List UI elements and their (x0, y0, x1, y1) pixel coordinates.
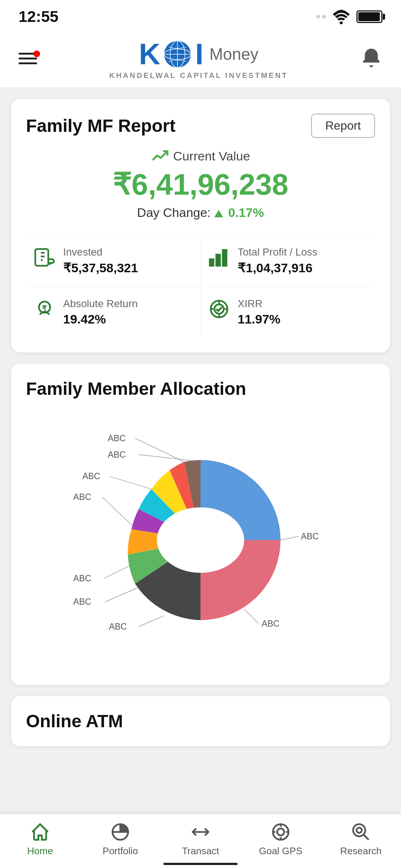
family-member-allocation-card: Family Member Allocation (11, 364, 390, 685)
svg-line-35 (244, 609, 259, 624)
svg-point-46 (353, 824, 365, 836)
nav-portfolio-label: Portfolio (102, 845, 138, 857)
stat-absolute-return: ₹ Absolute Return 19.42% (26, 287, 200, 338)
svg-text:ABC: ABC (109, 622, 127, 631)
bar-chart-icon (208, 246, 230, 273)
svg-text:ABC: ABC (108, 450, 125, 459)
svg-line-25 (102, 497, 132, 525)
transact-icon (190, 822, 211, 842)
bell-icon (360, 47, 382, 69)
nav-home[interactable]: Home (12, 822, 68, 857)
nav-research[interactable]: Research (333, 822, 389, 857)
nav-home-label: Home (27, 845, 53, 857)
nav-research-label: Research (340, 845, 381, 857)
day-change: Day Change: 0.17% (26, 205, 375, 220)
svg-rect-7 (210, 259, 213, 266)
trend-icon (151, 150, 169, 163)
logo: K I Money KHANDELWAL CAPITAL INVESTMENT (109, 37, 288, 80)
stat-xirr: XIRR 11.97% (200, 287, 375, 338)
svg-text:ABC: ABC (108, 433, 125, 443)
profit-loss-label: Total Profit / Loss (238, 246, 317, 258)
current-value-section: Current Value ₹6,41,96,238 Day Change: 0… (26, 149, 375, 220)
svg-line-19 (135, 438, 184, 462)
signal-icon (316, 15, 326, 19)
invested-label: Invested (63, 246, 138, 258)
svg-point-41 (277, 829, 284, 836)
home-icon (30, 822, 50, 842)
svg-rect-9 (223, 250, 226, 266)
svg-point-48 (356, 828, 362, 833)
current-value-amount: ₹6,41,96,238 (26, 167, 375, 202)
notification-dot (33, 51, 40, 57)
xirr-value: 11.97% (238, 312, 280, 326)
svg-text:ABC: ABC (73, 492, 91, 502)
svg-point-18 (157, 507, 244, 573)
goal-gps-icon (270, 822, 291, 842)
svg-rect-8 (216, 255, 220, 266)
main-content: Family MF Report Report Current Value ₹6… (0, 88, 401, 832)
rupee-hand-icon: ₹ (33, 298, 56, 325)
report-button[interactable]: Report (311, 114, 375, 138)
nav-goal-gps-label: Goal GPS (259, 845, 302, 857)
svg-point-0 (340, 22, 343, 25)
current-value-label: Current Value (26, 149, 375, 163)
allocation-card-title: Family Member Allocation (26, 378, 375, 399)
up-triangle-icon (214, 210, 223, 217)
svg-line-47 (363, 835, 369, 840)
nav-portfolio[interactable]: Portfolio (92, 822, 148, 857)
header: K I Money KHANDELWAL CAPITAL INVESTMENT (0, 30, 401, 88)
svg-text:ABC: ABC (262, 619, 280, 628)
svg-line-27 (280, 536, 299, 540)
stat-invested: Invested ₹5,37,58,321 (26, 235, 200, 287)
online-atm-title: Online ATM (26, 711, 375, 731)
nav-transact-label: Transact (182, 845, 219, 857)
svg-line-33 (139, 616, 164, 627)
svg-line-23 (110, 477, 151, 489)
logo-money: Money (209, 45, 258, 64)
allocation-chart: ABC ABC ABC ABC ABC ABC ABC (26, 410, 375, 670)
svg-text:ABC: ABC (73, 573, 91, 583)
bottom-indicator (163, 863, 238, 865)
nav-transact[interactable]: Transact (173, 822, 228, 857)
report-card-header: Family MF Report Report (26, 114, 375, 138)
stats-grid: Invested ₹5,37,58,321 Total Profit / Los… (26, 235, 375, 338)
svg-text:ABC: ABC (73, 597, 91, 607)
invested-value: ₹5,37,58,321 (63, 260, 138, 275)
menu-button[interactable] (19, 53, 37, 64)
online-atm-section: Online ATM (11, 696, 390, 746)
donut-chart-svg: ABC ABC ABC ABC ABC ABC ABC (26, 414, 375, 666)
family-mf-report-card: Family MF Report Report Current Value ₹6… (11, 99, 390, 352)
status-icons (316, 9, 382, 24)
svg-text:ABC: ABC (301, 531, 319, 541)
status-bar: 12:55 (0, 0, 401, 30)
hand-coin-icon (33, 246, 56, 273)
logo-subtitle: KHANDELWAL CAPITAL INVESTMENT (109, 71, 288, 80)
bell-button[interactable] (360, 47, 382, 71)
portfolio-icon (110, 822, 131, 842)
report-card-title: Family MF Report (26, 116, 176, 136)
bottom-nav: Home Portfolio Transact Goal GPS (0, 814, 401, 868)
absolute-return-label: Absolute Return (63, 298, 138, 310)
svg-rect-6 (35, 249, 48, 266)
research-icon (351, 822, 371, 842)
svg-text:ABC: ABC (82, 471, 100, 481)
globe-icon (163, 39, 192, 69)
wifi-icon (332, 9, 351, 24)
status-time: 12:55 (19, 8, 58, 26)
absolute-return-value: 19.42% (63, 312, 138, 326)
profit-loss-value: ₹1,04,37,916 (238, 260, 317, 275)
svg-line-21 (139, 455, 193, 461)
svg-line-31 (105, 587, 138, 602)
svg-line-29 (104, 566, 130, 578)
target-icon (208, 298, 230, 325)
xirr-label: XIRR (238, 298, 280, 310)
stat-profit-loss: Total Profit / Loss ₹1,04,37,916 (200, 235, 375, 287)
nav-goal-gps[interactable]: Goal GPS (253, 822, 309, 857)
battery-icon (356, 10, 382, 23)
